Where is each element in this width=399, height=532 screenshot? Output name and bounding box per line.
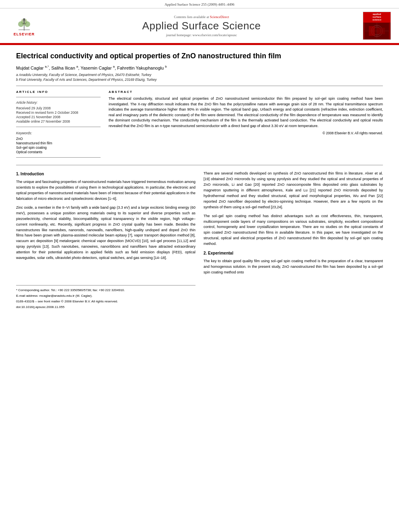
affiliation-b: b Firat University, Faculty of Arts and …: [16, 78, 383, 82]
article-info-abstract-section: ARTICLE INFO Article history: Received 2…: [16, 90, 383, 161]
section1-para4: The sol–gel spin coating method has dist…: [204, 214, 383, 247]
article-title: Electrical conductivity and optical prop…: [16, 51, 383, 61]
info-divider-mid: [16, 127, 101, 127]
accepted-date: Accepted 21 November 2008: [16, 115, 101, 119]
footnote-bar: * Corresponding author. Tel.: +90 222 33…: [16, 285, 195, 310]
svg-point-6: [23, 18, 25, 21]
corresponding-author-note: * Corresponding author. Tel.: +90 222 33…: [16, 288, 195, 293]
copyright-line: © 2008 Elsevier B.V. All rights reserved…: [109, 131, 383, 135]
article-authors: Mujdat Caglar a,*, Saliha Ilican a, Yase…: [16, 65, 383, 70]
article-info-heading: ARTICLE INFO: [16, 90, 101, 94]
keyword-4: Optical constants: [16, 150, 101, 154]
cover-bottom-area: [363, 23, 391, 39]
keyword-3: Sol–gel spin coating: [16, 146, 101, 150]
sciencedirect-link[interactable]: ScienceDirect: [210, 15, 229, 19]
abstract-heading: ABSTRACT: [109, 90, 383, 94]
svg-point-3: [18, 21, 24, 27]
body-two-col: 1. Introduction The unique and fascinati…: [16, 171, 383, 310]
received-date: Received 29 July 2008: [16, 106, 101, 110]
body-left-col: 1. Introduction The unique and fascinati…: [16, 171, 195, 310]
article-divider: [16, 86, 383, 86]
keywords-heading: Keywords:: [16, 131, 101, 135]
journal-homepage-line: journal homepage: www.elsevier.com/locat…: [40, 33, 363, 37]
affiliation-a: a Anadolu University, Faculty of Science…: [16, 73, 383, 77]
available-date: Available online 27 November 2008: [16, 119, 101, 123]
abstract-text: The electrical conductivity, structural …: [109, 96, 383, 129]
journal-masthead: ELSEVIER Contents lists available at Sci…: [0, 8, 399, 44]
section2-para1: The key to obtain good quality film usin…: [204, 259, 383, 275]
article-history-label: Article history:: [16, 101, 101, 105]
section1-para1: The unique and fascinating properties of…: [16, 179, 195, 202]
cover-art-icon: [365, 23, 389, 39]
svg-rect-17: [377, 28, 385, 34]
authors-text: Mujdat Caglar a,*, Saliha Ilican a, Yase…: [16, 66, 167, 70]
keyword-2: Nanostructured thin film: [16, 141, 101, 145]
body-right-col: There are several methods developed on s…: [204, 171, 383, 310]
page-wrapper: Applied Surface Science 255 (2009) 4491–…: [0, 0, 399, 318]
section2-title: 2. Experimental: [204, 250, 383, 256]
body-divider: [16, 165, 383, 165]
footnotes-area: * Corresponding author. Tel.: +90 222 33…: [16, 285, 195, 310]
journal-reference-bar: Applied Surface Science 255 (2009) 4491–…: [0, 0, 399, 8]
info-divider-bot: [16, 157, 101, 158]
elsevier-logo-box: ELSEVIER: [8, 15, 40, 36]
cover-top-text: applied surface science: [363, 12, 391, 23]
svg-rect-16: [369, 26, 375, 36]
section1-para3: There are several methods developed on s…: [204, 171, 383, 210]
info-divider-top: [16, 97, 101, 97]
email-note: E-mail address: mcaglar@anadolu.edu.tr (…: [16, 294, 195, 298]
keyword-1: ZnO: [16, 137, 101, 141]
revised-date: Received in revised form 2 October 2008: [16, 111, 101, 115]
elsevier-brand-text: ELSEVIER: [14, 32, 35, 36]
body-section: 1. Introduction The unique and fascinati…: [16, 171, 383, 310]
journal-ref-text: Applied Surface Science 255 (2009) 4491–…: [165, 2, 234, 6]
journal-cover-thumbnail: applied surface science: [363, 12, 391, 40]
issn-line: 0169-4332/$ – see front matter © 2008 El…: [16, 299, 195, 304]
section1-title: 1. Introduction: [16, 171, 195, 177]
keywords-section: Keywords: ZnO Nanostructured thin film S…: [16, 131, 101, 154]
section1-para2: Zinc oxide, a member in the II–VI family…: [16, 205, 195, 261]
doi-line: doi:10.1016/j.apsusc.2008.11.055: [16, 305, 195, 310]
article-content: Electrical conductivity and optical prop…: [0, 45, 399, 318]
svg-point-4: [25, 21, 30, 27]
abstract-column: ABSTRACT The electrical conductivity, st…: [109, 90, 383, 161]
journal-title-center: Contents lists available at ScienceDirec…: [40, 15, 363, 37]
journal-main-title: Applied Surface Science: [40, 20, 363, 32]
article-info-column: ARTICLE INFO Article history: Received 2…: [16, 90, 101, 161]
elsevier-logo-icon: [10, 15, 38, 31]
contents-line: Contents lists available at ScienceDirec…: [40, 15, 363, 19]
